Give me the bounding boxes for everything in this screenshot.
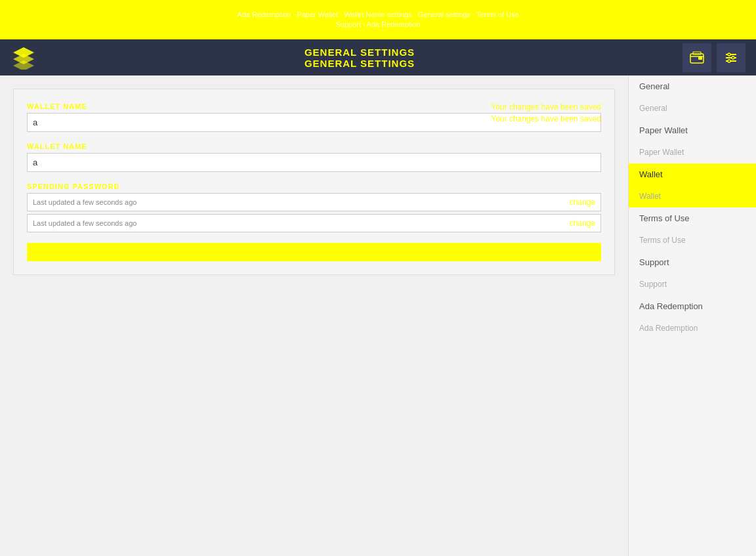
sidebar-wallet-label: Wallet bbox=[639, 169, 663, 179]
sidebar-item-paper-wallet-shadow[interactable]: Paper Wallet bbox=[629, 142, 756, 163]
password-row-2: Last updated a few seconds ago change bbox=[27, 214, 601, 232]
navbar-title-2: GENERAL SETTINGS bbox=[304, 58, 415, 69]
navbar: GENERAL SETTINGS GENERAL SETTINGS bbox=[0, 39, 756, 75]
sidebar-item-wallet[interactable]: Wallet bbox=[629, 163, 756, 186]
sidebar-support-label: Support bbox=[639, 257, 669, 267]
sidebar-item-support-shadow[interactable]: Support bbox=[629, 274, 756, 295]
svg-rect-6 bbox=[693, 52, 701, 54]
sidebar: General General Paper Wallet Paper Walle… bbox=[628, 75, 756, 556]
sidebar-terms-shadow-label: Terms of Use bbox=[639, 236, 686, 245]
sidebar-general-label: General bbox=[639, 81, 669, 91]
navbar-title: GENERAL SETTINGS GENERAL SETTINGS bbox=[304, 47, 415, 69]
svg-point-11 bbox=[732, 56, 734, 59]
wallet-name-input-2[interactable] bbox=[27, 153, 601, 172]
banner-text-1: Ada Redemption · Paper Wallet · Wallet N… bbox=[237, 10, 518, 20]
wallet-icon-button[interactable] bbox=[682, 43, 711, 72]
sidebar-item-ada-shadow[interactable]: Ada Redemption bbox=[629, 318, 756, 339]
sidebar-item-general[interactable]: General bbox=[629, 75, 756, 98]
spending-password-label-1: SPENDING PASSWORD bbox=[27, 182, 601, 190]
navbar-icons bbox=[682, 43, 746, 72]
main-layout: Your changes have been saved Your change… bbox=[0, 75, 756, 556]
password-row-1: Last updated a few seconds ago change bbox=[27, 193, 601, 211]
sidebar-item-support[interactable]: Support bbox=[629, 251, 756, 274]
password-last-updated-1: Last updated a few seconds ago bbox=[33, 198, 136, 206]
sidebar-paper-wallet-label: Paper Wallet bbox=[639, 125, 688, 135]
top-banner: Ada Redemption · Paper Wallet · Wallet N… bbox=[0, 0, 756, 39]
change-password-link-1[interactable]: change bbox=[570, 198, 595, 207]
svg-point-10 bbox=[728, 53, 730, 56]
wallet-name-label-2: WALLET NAME bbox=[27, 142, 601, 150]
content-area: Your changes have been saved Your change… bbox=[0, 75, 628, 556]
sidebar-item-terms[interactable]: Terms of Use bbox=[629, 207, 756, 230]
sidebar-support-shadow-label: Support bbox=[639, 280, 667, 289]
svg-marker-2 bbox=[13, 60, 34, 70]
sidebar-item-wallet-shadow[interactable]: Wallet bbox=[629, 186, 756, 207]
svg-point-12 bbox=[728, 60, 730, 62]
sidebar-item-paper-wallet[interactable]: Paper Wallet bbox=[629, 119, 756, 142]
settings-icon-button[interactable] bbox=[717, 43, 746, 72]
wallet-name-group-2: WALLET NAME bbox=[27, 142, 601, 172]
sidebar-general-shadow-label: General bbox=[639, 104, 667, 113]
change-password-link-2[interactable]: change bbox=[570, 219, 595, 228]
sidebar-wallet-shadow-label: Wallet bbox=[639, 192, 661, 201]
spending-password-group-1: SPENDING PASSWORD Last updated a few sec… bbox=[27, 182, 601, 232]
bottom-yellow-bar bbox=[27, 243, 601, 261]
navbar-title-1: GENERAL SETTINGS bbox=[304, 47, 415, 58]
logo[interactable] bbox=[10, 45, 37, 71]
sidebar-item-ada[interactable]: Ada Redemption bbox=[629, 295, 756, 318]
settings-panel: Your changes have been saved Your change… bbox=[13, 89, 615, 275]
sidebar-terms-label: Terms of Use bbox=[639, 213, 690, 223]
sidebar-item-general-shadow[interactable]: General bbox=[629, 98, 756, 119]
password-last-updated-2: Last updated a few seconds ago bbox=[33, 219, 136, 227]
sidebar-ada-label: Ada Redemption bbox=[639, 301, 703, 311]
sidebar-item-terms-shadow[interactable]: Terms of Use bbox=[629, 230, 756, 251]
save-message-1: Your changes have been saved bbox=[491, 102, 601, 112]
banner-text-2: Support · Ada Redemption bbox=[335, 20, 420, 30]
save-message-2: Your changes have been saved bbox=[491, 114, 601, 123]
sidebar-ada-shadow-label: Ada Redemption bbox=[639, 324, 698, 333]
sidebar-paper-wallet-shadow-label: Paper Wallet bbox=[639, 148, 684, 157]
